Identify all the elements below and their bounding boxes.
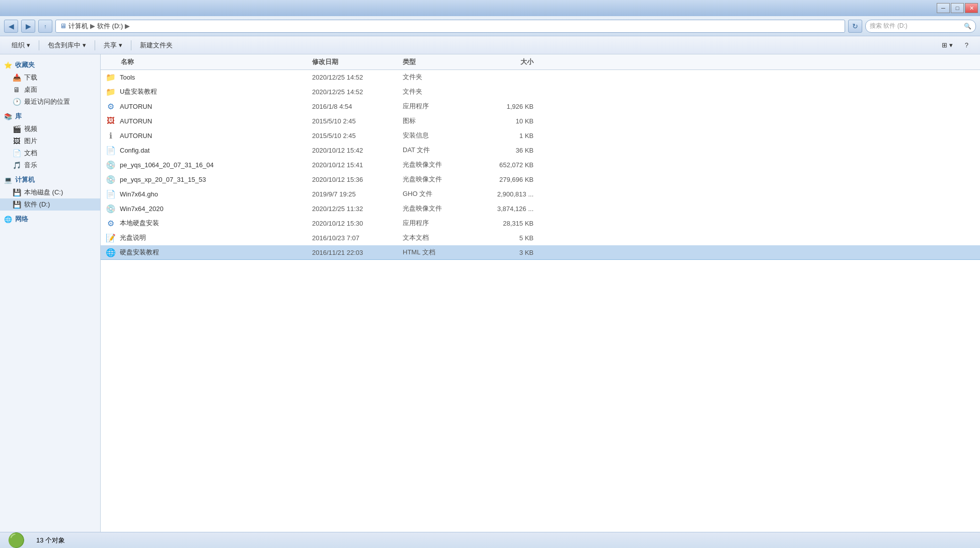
file-type-icon: 📁 — [105, 87, 117, 97]
file-type: DAT 文件 — [403, 146, 473, 155]
share-button[interactable]: 共享 ▾ — [98, 38, 128, 52]
file-name: U盘安装教程 — [120, 87, 157, 96]
sidebar-item-downloads[interactable]: 📥 下载 — [0, 72, 100, 84]
file-type: 文件夹 — [403, 87, 473, 96]
file-type-icon: 💿 — [105, 174, 117, 184]
file-type: GHO 文件 — [403, 189, 473, 198]
drive-c-icon: 💾 — [12, 188, 21, 196]
back-button[interactable]: ◀ — [4, 20, 18, 33]
sidebar-header-computer[interactable]: 💻 计算机 — [0, 173, 100, 186]
table-row[interactable]: 📄 Config.dat 2020/10/12 15:42 DAT 文件 36 … — [101, 143, 980, 158]
file-name-cell: 🌐 硬盘安装教程 — [101, 247, 312, 257]
col-header-name[interactable]: 名称 — [101, 57, 312, 66]
table-row[interactable]: 📄 Win7x64.gho 2019/9/7 19:25 GHO 文件 2,90… — [101, 187, 980, 201]
file-name-cell: 📄 Win7x64.gho — [101, 189, 312, 199]
table-row[interactable]: ⚙ 本地硬盘安装 2020/10/12 15:30 应用程序 28,315 KB — [101, 216, 980, 231]
file-size: 1 KB — [473, 132, 544, 140]
file-name-cell: 📝 光盘说明 — [101, 233, 312, 243]
title-bar: ─ □ ✕ — [0, 0, 980, 16]
address-bar: ◀ ▶ ↑ 🖥 计算机 ▶ 软件 (D:) ▶ ↻ 搜索 软件 (D:) 🔍 — [0, 16, 980, 36]
file-name-cell: 📁 Tools — [101, 72, 312, 82]
sidebar-item-documents[interactable]: 📄 文档 — [0, 147, 100, 159]
file-name-cell: 🖼 AUTORUN — [101, 116, 312, 126]
sidebar: ⭐ 收藏夹 📥 下载 🖥 桌面 🕐 最近访问的位置 📚 库 — [0, 54, 101, 532]
sidebar-header-library[interactable]: 📚 库 — [0, 110, 100, 123]
table-row[interactable]: 🖼 AUTORUN 2015/5/10 2:45 图标 10 KB — [101, 114, 980, 128]
network-icon: 🌐 — [4, 216, 12, 223]
file-type-icon: 📄 — [105, 145, 117, 155]
file-type-icon: 📄 — [105, 189, 117, 199]
sidebar-item-desktop[interactable]: 🖥 桌面 — [0, 84, 100, 96]
minimize-button[interactable]: ─ — [937, 3, 950, 13]
view-icon: ⊞ — [942, 41, 947, 49]
maximize-button[interactable]: □ — [951, 3, 964, 13]
library-icon: 📚 — [4, 113, 12, 120]
documents-icon: 📄 — [12, 149, 21, 157]
help-button[interactable]: ? — [959, 38, 974, 52]
file-size: 3 KB — [473, 249, 544, 256]
table-row[interactable]: 🌐 硬盘安装教程 2016/11/21 22:03 HTML 文档 3 KB — [101, 245, 980, 260]
sidebar-item-video[interactable]: 🎬 视频 — [0, 123, 100, 135]
file-date: 2020/12/25 11:32 — [312, 205, 403, 213]
file-size: 36 KB — [473, 147, 544, 154]
forward-button[interactable]: ▶ — [21, 20, 35, 33]
file-type: 光盘映像文件 — [403, 204, 473, 213]
sidebar-header-favorites[interactable]: ⭐ 收藏夹 — [0, 58, 100, 72]
file-type-icon: ⚙ — [105, 218, 117, 228]
table-row[interactable]: 💿 Win7x64_2020 2020/12/25 11:32 光盘映像文件 3… — [101, 201, 980, 216]
sidebar-header-network[interactable]: 🌐 网络 — [0, 213, 100, 226]
table-row[interactable]: 💿 pe_yqs_xp_20_07_31_15_53 2020/10/12 15… — [101, 172, 980, 187]
toolbar: 组织 ▾ 包含到库中 ▾ 共享 ▾ 新建文件夹 ⊞ ▾ ? — [0, 36, 980, 54]
col-header-date[interactable]: 修改日期 — [312, 57, 403, 66]
path-computer: 计算机 — [68, 22, 88, 31]
new-folder-button[interactable]: 新建文件夹 — [134, 38, 178, 52]
include-library-button[interactable]: 包含到库中 ▾ — [42, 38, 92, 52]
table-row[interactable]: ⚙ AUTORUN 2016/1/8 4:54 应用程序 1,926 KB — [101, 99, 980, 114]
file-size: 652,072 KB — [473, 161, 544, 169]
file-name: pe_yqs_1064_20_07_31_16_04 — [120, 161, 214, 169]
col-header-size[interactable]: 大小 — [473, 57, 544, 66]
organize-button[interactable]: 组织 ▾ — [6, 38, 36, 52]
sidebar-item-recent[interactable]: 🕐 最近访问的位置 — [0, 96, 100, 108]
file-type: 光盘映像文件 — [403, 160, 473, 169]
file-size: 28,315 KB — [473, 220, 544, 227]
sidebar-item-drive-d[interactable]: 💾 软件 (D:) — [0, 198, 100, 211]
file-name-cell: 💿 pe_yqs_1064_20_07_31_16_04 — [101, 160, 312, 170]
col-header-type[interactable]: 类型 — [403, 57, 473, 66]
file-type: 应用程序 — [403, 219, 473, 228]
pictures-icon: 🖼 — [12, 137, 21, 145]
file-date: 2015/5/10 2:45 — [312, 132, 403, 140]
window-controls: ─ □ ✕ — [937, 3, 978, 13]
file-date: 2016/1/8 4:54 — [312, 103, 403, 110]
file-type-icon: ⚙ — [105, 101, 117, 111]
sidebar-section-favorites: ⭐ 收藏夹 📥 下载 🖥 桌面 🕐 最近访问的位置 — [0, 58, 100, 108]
close-button[interactable]: ✕ — [965, 3, 978, 13]
table-row[interactable]: 📝 光盘说明 2016/10/23 7:07 文本文档 5 KB — [101, 231, 980, 245]
file-type: 文本文档 — [403, 233, 473, 242]
file-list-header: 名称 修改日期 类型 大小 — [101, 54, 980, 70]
file-name: 本地硬盘安装 — [120, 219, 159, 228]
search-box[interactable]: 搜索 软件 (D:) 🔍 — [865, 20, 976, 33]
sidebar-item-music[interactable]: 🎵 音乐 — [0, 159, 100, 171]
sidebar-item-drive-c[interactable]: 💾 本地磁盘 (C:) — [0, 186, 100, 198]
sidebar-item-pictures[interactable]: 🖼 图片 — [0, 135, 100, 147]
path-drive: 软件 (D:) — [97, 22, 123, 31]
path-sep-2: ▶ — [125, 22, 130, 30]
refresh-button[interactable]: ↻ — [848, 20, 862, 33]
file-type: 应用程序 — [403, 102, 473, 111]
star-icon: ⭐ — [4, 61, 12, 69]
video-icon: 🎬 — [12, 125, 21, 133]
file-name: AUTORUN — [120, 117, 152, 125]
file-type: 光盘映像文件 — [403, 175, 473, 184]
up-button[interactable]: ↑ — [38, 20, 52, 33]
table-row[interactable]: 📁 Tools 2020/12/25 14:52 文件夹 — [101, 70, 980, 85]
table-row[interactable]: 💿 pe_yqs_1064_20_07_31_16_04 2020/10/12 … — [101, 158, 980, 172]
file-type-icon: 💿 — [105, 203, 117, 214]
address-path[interactable]: 🖥 计算机 ▶ 软件 (D:) ▶ — [55, 20, 845, 33]
view-button[interactable]: ⊞ ▾ — [936, 38, 958, 52]
table-row[interactable]: 📁 U盘安装教程 2020/12/25 14:52 文件夹 — [101, 85, 980, 99]
file-size: 10 KB — [473, 117, 544, 125]
download-icon: 📥 — [12, 74, 21, 82]
table-row[interactable]: ℹ AUTORUN 2015/5/10 2:45 安装信息 1 KB — [101, 128, 980, 143]
file-name: Win7x64_2020 — [120, 205, 164, 213]
